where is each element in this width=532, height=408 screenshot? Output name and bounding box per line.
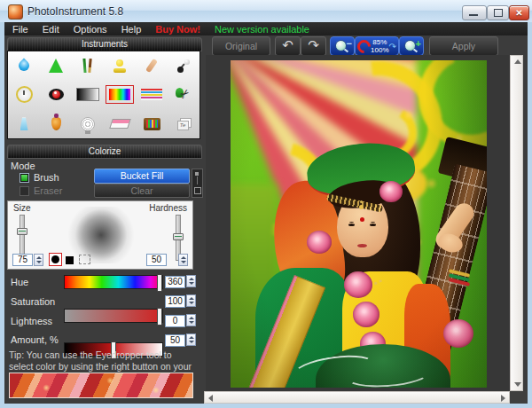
hue-slider[interactable] — [64, 275, 163, 289]
apply-button[interactable]: Apply — [429, 36, 498, 56]
size-spinner[interactable] — [34, 254, 43, 266]
saturation-slider[interactable] — [64, 309, 163, 323]
tool-denoise-tv[interactable] — [136, 109, 168, 138]
brush-shape-square[interactable] — [66, 256, 74, 264]
hue-spinner[interactable] — [186, 275, 196, 287]
close-button[interactable]: ✕ — [509, 5, 529, 20]
stamp-icon — [113, 59, 127, 73]
bucket-fill-button[interactable]: Bucket Fill — [94, 169, 190, 184]
brush-size-widget[interactable] — [192, 169, 203, 198]
menu-buy-now[interactable]: Buy Now! — [155, 24, 200, 35]
lightness-label: Lightness — [11, 316, 52, 326]
menu-options[interactable]: Options — [74, 24, 107, 35]
zoom-level-display[interactable]: 85% 100% ↷ — [355, 36, 399, 56]
tool-scissors[interactable]: ✂ — [168, 81, 200, 110]
tool-liquify-drop[interactable] — [8, 51, 40, 81]
text-layers-icon: Te — [177, 118, 191, 130]
size-value[interactable]: 75 — [12, 254, 33, 266]
maximize-button[interactable] — [487, 5, 509, 20]
tool-text[interactable]: Te — [168, 109, 200, 138]
tool-multicolor-lines[interactable] — [136, 81, 168, 110]
instruments-grid: ✂ Te — [7, 51, 200, 139]
mode-label: Mode — [11, 161, 35, 171]
color-sample-preview — [9, 373, 193, 398]
eraser-checkbox[interactable] — [20, 186, 29, 196]
hue-value[interactable]: 360 — [165, 276, 185, 288]
colorize-panel-header: Colorize — [7, 145, 202, 159]
vertical-scrollbar[interactable] — [510, 55, 523, 391]
saturation-value[interactable]: 100 — [165, 295, 185, 308]
rainbow-spectrum-icon — [109, 89, 130, 100]
zoom-in-button[interactable]: + — [399, 36, 424, 56]
hue-slider-handle[interactable] — [157, 274, 162, 292]
eraser-icon — [109, 119, 131, 129]
scroll-left-icon[interactable] — [208, 395, 213, 402]
menu-edit[interactable]: Edit — [43, 24, 59, 35]
zoom-out-button[interactable]: − — [330, 36, 355, 56]
tool-clone-clock[interactable] — [8, 81, 40, 110]
photo-canvas[interactable] — [231, 60, 487, 388]
size-label: Size — [13, 203, 30, 213]
instruments-panel-header: Instruments — [7, 37, 202, 51]
scroll-right-icon[interactable] — [501, 395, 505, 402]
hardness-slider-handle[interactable] — [173, 233, 184, 240]
undo-icon: ↶ — [282, 37, 293, 52]
undo-button[interactable]: ↶ — [275, 36, 301, 56]
hardness-label: Hardness — [149, 203, 187, 213]
tool-brightness-gradient[interactable] — [72, 81, 104, 110]
size-slider-handle[interactable] — [17, 228, 27, 235]
horizontal-scrollbar[interactable] — [204, 391, 510, 404]
grayscale-gradient-icon — [76, 88, 99, 101]
tool-glamour-tube[interactable] — [8, 109, 40, 138]
tube-icon — [20, 117, 28, 130]
magnifier-plus-icon — [404, 40, 416, 51]
saturation-slider-handle[interactable] — [157, 308, 162, 326]
tool-draw-pencils[interactable] — [72, 51, 104, 81]
tool-colorize[interactable] — [104, 81, 136, 110]
brush-shape-marquee[interactable] — [79, 255, 90, 264]
hardness-spinner[interactable] — [178, 254, 188, 266]
brush-checkbox[interactable] — [20, 173, 29, 183]
zoom-current-value: 85% — [372, 38, 387, 46]
tool-makeup-bottle[interactable] — [40, 109, 72, 138]
pencil-brush-icon — [81, 59, 95, 74]
tool-smudge[interactable] — [136, 51, 168, 81]
water-drop-icon — [17, 59, 32, 74]
tool-stamp[interactable] — [104, 51, 136, 81]
original-button[interactable]: Original — [212, 36, 270, 56]
tool-eraser[interactable] — [104, 109, 136, 138]
scissors-icon: ✂ — [176, 88, 192, 102]
zoom-redo-arrow-icon: ↷ — [389, 42, 396, 51]
amount-value[interactable]: 50 — [165, 334, 185, 347]
clear-button[interactable]: Clear — [94, 184, 190, 198]
brush-mode-option[interactable]: Brush — [20, 172, 59, 183]
menu-help[interactable]: Help — [121, 24, 142, 35]
scroll-up-icon[interactable] — [514, 59, 521, 64]
app-window: PhotoInstrument 5.8 ✕ File Edit Options … — [0, 0, 532, 408]
menu-new-version[interactable]: New version available — [215, 24, 309, 35]
tool-pin[interactable] — [168, 51, 200, 81]
tool-light-bulb[interactable] — [72, 109, 104, 138]
brush-softness-preview — [63, 207, 139, 263]
scroll-down-icon[interactable] — [514, 382, 521, 387]
clock-icon — [16, 86, 33, 103]
tool-red-eye[interactable] — [40, 81, 72, 110]
tool-cone[interactable] — [40, 51, 72, 81]
hardness-value[interactable]: 50 — [146, 254, 167, 266]
brush-preview-box: Size Hardness 75 50 — [7, 200, 193, 270]
title-bar: PhotoInstrument 5.8 ✕ — [0, 0, 532, 22]
color-lines-icon — [141, 89, 162, 100]
lightness-value[interactable]: 0 — [165, 315, 185, 327]
red-eye-icon — [49, 89, 64, 100]
magnifier-minus-icon — [335, 40, 347, 51]
brush-label: Brush — [34, 172, 59, 183]
eraser-mode-option[interactable]: Eraser — [20, 185, 62, 196]
amount-spinner[interactable] — [186, 333, 196, 346]
lightness-spinner[interactable] — [186, 314, 196, 326]
tv-noise-icon — [144, 118, 160, 130]
minimize-button[interactable] — [462, 5, 487, 20]
menu-file[interactable]: File — [12, 24, 28, 35]
redo-button[interactable]: ↷ — [301, 36, 326, 56]
brush-shape-round[interactable] — [49, 253, 62, 266]
saturation-spinner[interactable] — [186, 294, 196, 307]
